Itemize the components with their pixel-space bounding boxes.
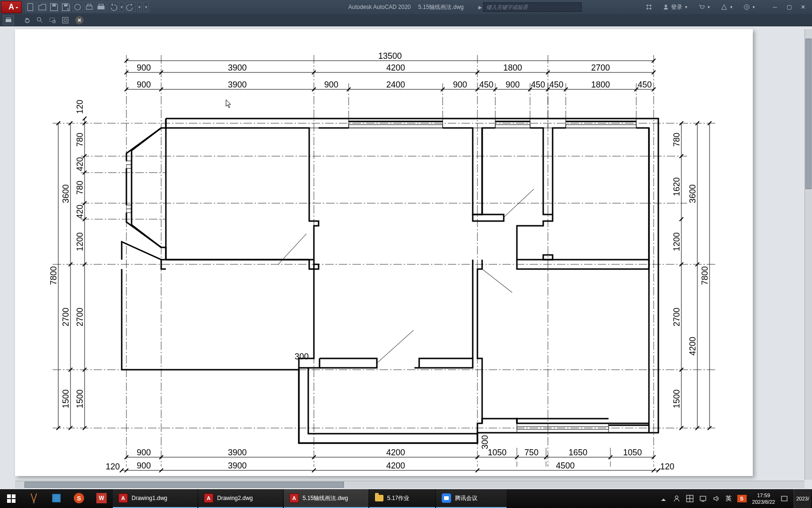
svg-text:2400: 2400 (386, 80, 405, 89)
zoom-window-icon[interactable] (47, 15, 58, 25)
network-icon[interactable] (699, 495, 707, 502)
system-tray: 英 S 17:59 2023/8/22 2023/ (659, 489, 812, 508)
title-bar: A ▼ ▼ ▼ Autodesk AutoCAD 2020 5.15轴线画法.d… (0, 0, 812, 14)
svg-rect-178 (7, 499, 11, 503)
svg-text:750: 750 (524, 448, 539, 457)
svg-text:450: 450 (531, 80, 545, 89)
scrollbar-thumb[interactable] (805, 39, 812, 189)
taskbar-task[interactable]: A 5.15轴线画法.dwg (284, 489, 368, 508)
tray-webapp-icon[interactable] (686, 495, 694, 502)
taskbar-task[interactable]: A Drawing1.dwg (113, 489, 197, 508)
show-desktop[interactable]: 2023/ (794, 489, 811, 508)
pinned-app-2-icon[interactable] (45, 489, 68, 508)
print-tool-icon[interactable] (3, 15, 14, 25)
search-input[interactable]: 键入关键字或短语 (483, 2, 582, 12)
svg-text:4200: 4200 (386, 63, 405, 72)
pan-tool-icon[interactable] (22, 15, 33, 25)
maximize-button[interactable]: ▢ (782, 2, 796, 12)
svg-point-3 (75, 4, 81, 10)
svg-text:900: 900 (324, 80, 338, 89)
pinned-app-4-icon[interactable]: W (90, 489, 113, 508)
login-label: 登录 (671, 3, 682, 11)
svg-rect-179 (12, 499, 16, 503)
start-button[interactable] (0, 489, 23, 508)
svg-rect-177 (12, 494, 16, 498)
svg-point-184 (675, 496, 678, 499)
task-label: Drawing1.dwg (132, 495, 167, 501)
redo-dropdown-icon[interactable]: ▼ (137, 2, 142, 12)
pinned-app-1-icon[interactable] (23, 489, 45, 508)
horizontal-scrollbar[interactable] (15, 481, 804, 488)
vertical-scrollbar[interactable] (804, 29, 812, 480)
clock-time: 17:59 (752, 492, 775, 499)
save-icon[interactable] (49, 2, 59, 12)
autocad-icon: A (118, 493, 128, 503)
scrollbar-thumb[interactable] (24, 482, 344, 488)
search-expand-icon[interactable]: ▶ (478, 5, 482, 10)
floor-plan-drawing: 13500 900 3900 4200 1800 2700 900 3900 9… (15, 29, 753, 476)
svg-rect-190 (781, 496, 787, 501)
saveas-icon[interactable] (61, 2, 71, 12)
svg-rect-0 (28, 4, 33, 11)
folder-icon (375, 495, 383, 501)
svg-rect-176 (7, 494, 11, 498)
plot-icon[interactable] (84, 2, 94, 12)
help-icon[interactable]: ?▼ (741, 0, 758, 14)
app-store-icon[interactable]: ▼ (718, 0, 736, 14)
share-icon[interactable] (643, 0, 655, 14)
new-icon[interactable] (25, 2, 36, 12)
volume-icon[interactable] (712, 495, 720, 502)
svg-text:450: 450 (549, 80, 563, 89)
windows (126, 119, 636, 433)
qat-dropdown-icon[interactable]: ▼ (143, 2, 149, 12)
svg-text:900: 900 (137, 461, 151, 470)
taskbar-task[interactable]: 腾讯会议 (436, 489, 507, 508)
svg-text:3900: 3900 (228, 80, 247, 89)
svg-text:300: 300 (480, 435, 490, 449)
notifications-icon[interactable] (781, 495, 788, 502)
clock-date: 2023/8/22 (752, 499, 775, 505)
clock[interactable]: 17:59 2023/8/22 (752, 492, 775, 506)
close-preview-button[interactable] (75, 16, 84, 24)
title-center: Autodesk AutoCAD 2020 5.15轴线画法.dwg (348, 3, 463, 11)
ime-language[interactable]: 英 (726, 494, 732, 503)
zoom-extents-icon[interactable] (60, 15, 71, 25)
people-icon[interactable] (673, 495, 680, 502)
svg-rect-16 (7, 18, 10, 19)
svg-text:1200: 1200 (672, 232, 681, 251)
search-placeholder: 键入关键字或短语 (486, 4, 528, 11)
app-root: A ▼ ▼ ▼ Autodesk AutoCAD 2020 5.15轴线画法.d… (0, 0, 812, 508)
taskbar-task[interactable]: A Drawing2.dwg (198, 489, 283, 508)
web-icon[interactable] (72, 2, 83, 12)
zoom-tool-icon[interactable] (34, 15, 46, 25)
login-button[interactable]: 登录 ▼ (660, 0, 691, 14)
svg-text:120: 120 (75, 100, 85, 114)
app-menu-button[interactable]: A (1, 1, 22, 13)
minimize-button[interactable]: ─ (768, 2, 782, 12)
svg-text:900: 900 (137, 63, 151, 72)
titlebar-right: 登录 ▼ ▼ ▼ ?▼ ─ ▢ ✕ (643, 0, 812, 14)
undo-icon[interactable] (108, 2, 118, 12)
walls (122, 119, 658, 443)
svg-text:1500: 1500 (61, 389, 70, 408)
print-icon[interactable] (96, 2, 106, 12)
pinned-app-3-icon[interactable]: S (68, 489, 90, 508)
drawing-canvas[interactable]: 13500 900 3900 4200 1800 2700 900 3900 9… (0, 26, 812, 489)
svg-text:780: 780 (75, 133, 85, 147)
svg-text:450: 450 (638, 80, 652, 89)
redo-icon[interactable] (125, 2, 136, 12)
svg-rect-180 (33, 502, 35, 503)
ime-sogou-icon[interactable]: S (737, 495, 747, 502)
open-icon[interactable] (37, 2, 47, 12)
app-name-label: Autodesk AutoCAD 2020 (348, 4, 411, 10)
svg-text:120: 120 (106, 462, 120, 471)
cart-icon[interactable]: ▼ (695, 0, 713, 14)
svg-text:900: 900 (137, 80, 151, 89)
taskbar-task[interactable]: 5.17作业 (369, 489, 435, 508)
undo-dropdown-icon[interactable]: ▼ (119, 2, 124, 12)
svg-line-173 (482, 269, 512, 293)
tray-overflow-icon[interactable] (660, 495, 667, 502)
svg-text:780: 780 (75, 181, 85, 195)
svg-rect-2 (64, 4, 68, 7)
close-button[interactable]: ✕ (796, 2, 810, 12)
